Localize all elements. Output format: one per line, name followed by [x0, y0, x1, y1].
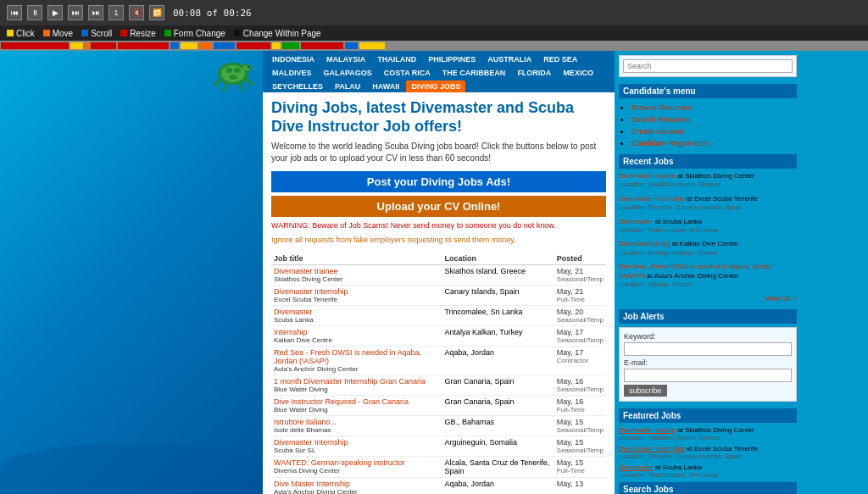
- tab-seychelles[interactable]: SEYCHELLES: [267, 80, 328, 92]
- pause-button[interactable]: ⏸: [27, 5, 42, 20]
- job-location-cell: Arguineguin, Somalia: [442, 436, 554, 456]
- tab-caribbean[interactable]: THE CARIBBEAN: [437, 67, 511, 79]
- tab-hawaii[interactable]: HAWAII: [367, 80, 404, 92]
- tab-australia[interactable]: AUSTRALIA: [482, 53, 537, 65]
- email-input[interactable]: [624, 369, 792, 382]
- recent-job-title[interactable]: Divemaster: [619, 218, 653, 225]
- job-title-link[interactable]: Red Sea - Fresh OWSI is needed in Aqaba,…: [274, 348, 421, 365]
- recent-job-item: Divemaster trainee at Skiathos Diving Ce…: [619, 172, 797, 190]
- recent-job-item: Red Sea - Fresh OWSI is needed in Aqaba,…: [619, 263, 797, 289]
- subscribe-button[interactable]: subscribe: [624, 385, 667, 397]
- loop-button[interactable]: 🔁: [149, 5, 164, 20]
- job-location-cell: Alcala, Santa Cruz de Tenerife, Spain: [442, 456, 554, 477]
- next-next-button[interactable]: ⏭: [88, 5, 103, 20]
- tab-florida[interactable]: FLORIDA: [512, 67, 556, 79]
- featured-job-title-link[interactable]: Divemaster trainee: [619, 426, 676, 434]
- job-title-link[interactable]: Istruttore italiano...: [274, 418, 337, 426]
- table-row: 1 month Divemaster Internship Gran Canar…: [271, 375, 606, 395]
- col-location: Location: [442, 253, 554, 265]
- recent-job-location: Location: Skiathos Island, Greece: [619, 180, 721, 188]
- col-posted: Posted: [554, 253, 606, 265]
- tab-indonesia[interactable]: INDONESIA: [267, 53, 320, 65]
- job-date: May, 16: [557, 377, 604, 386]
- job-company: Skiathos Diving Center: [274, 275, 439, 283]
- job-title-link[interactable]: Dive Master Internship: [274, 480, 350, 488]
- svg-line-4: [214, 79, 220, 86]
- prev-prev-button[interactable]: ⏮: [7, 5, 22, 20]
- featured-job-location: Location: Tenerife, Canary Islands, Spai…: [619, 452, 743, 460]
- activity-seg-3: [85, 42, 89, 49]
- browse-resumes-link[interactable]: Browse Resumes: [632, 103, 692, 112]
- svg-line-7: [245, 79, 252, 84]
- post-jobs-button[interactable]: Post your Diving Jobs Ads!: [271, 171, 606, 192]
- activity-seg-9: [214, 42, 235, 49]
- job-company: Scuba Sur SL: [274, 447, 439, 454]
- menu-item-search[interactable]: Search Resumes: [632, 114, 797, 124]
- tab-palau[interactable]: PALAU: [330, 80, 365, 92]
- job-date-cell: May, 21 Seasonal/Temp: [554, 264, 606, 285]
- featured-job-title-link[interactable]: Divemaster: [619, 463, 653, 471]
- left-deco: [0, 51, 263, 494]
- keyword-input[interactable]: [624, 342, 792, 356]
- candidate-registration-link[interactable]: Candidate Registration: [632, 139, 709, 147]
- recent-job-title[interactable]: Divemaster Internship: [619, 195, 685, 203]
- job-title-link[interactable]: Dive Instructor Required - Gran Canaria: [274, 397, 409, 406]
- job-title-cell: Dive Master Internship Ayla's Anchor Div…: [271, 477, 442, 494]
- tab-costarica[interactable]: COSTA RICA: [379, 67, 436, 79]
- tab-malaysia[interactable]: MALAYSIA: [321, 53, 370, 65]
- job-date: May, 15: [557, 438, 604, 447]
- recent-job-title[interactable]: Divemaster trainee: [619, 172, 676, 180]
- play-button[interactable]: ▶: [47, 5, 63, 20]
- job-title-link[interactable]: 1 month Divemaster Internship Gran Canar…: [274, 377, 426, 386]
- job-title-link[interactable]: WANTED: German-speaking instructor: [274, 458, 405, 467]
- search-input[interactable]: [623, 59, 793, 73]
- activity-seg-13: [301, 42, 343, 49]
- menu-item-register[interactable]: Candidate Registration: [632, 137, 797, 147]
- job-alerts-title: Job Alerts: [619, 309, 797, 324]
- search-jobs-section: Search Jobs Search Keyword Search: [619, 482, 797, 494]
- job-date: May, 16: [557, 397, 604, 406]
- job-company: Excel Scuba Tenerife: [274, 296, 439, 303]
- tab-redsea[interactable]: RED SEA: [538, 53, 582, 65]
- tab-galapagos[interactable]: GALAPAGOS: [319, 67, 377, 79]
- menu-item-create[interactable]: Create Account: [632, 125, 797, 136]
- featured-job-title-link[interactable]: Divemaster Internship: [619, 445, 685, 452]
- col-jobtitle: Job title: [271, 253, 442, 265]
- job-title-link[interactable]: Divemaster Internship: [274, 438, 348, 447]
- job-title-link[interactable]: Divemaster trainee: [274, 267, 338, 275]
- job-type: Seasonal/Temp: [557, 275, 604, 283]
- next-button[interactable]: ⏭: [68, 5, 83, 20]
- main-content: INDONESIA MALAYSIA THAILAND PHILIPPINES …: [0, 51, 868, 494]
- warning-text: WARNING: Beware of Job Scams! Never send…: [271, 221, 606, 231]
- recent-job-title[interactable]: Divemaster(ship): [619, 240, 670, 247]
- svg-point-11: [229, 75, 237, 80]
- activity-seg-15: [359, 42, 385, 49]
- recent-job-company: Aula's Anchor Diving Center: [654, 272, 738, 280]
- upload-cv-button[interactable]: Upload your CV Online!: [271, 196, 606, 217]
- job-title-link[interactable]: Divemaster: [274, 308, 313, 316]
- tab-maldives[interactable]: MALDIVES: [267, 67, 317, 79]
- menu-item-browse[interactable]: Browse Resumes: [632, 102, 797, 112]
- search-jobs-title: Search Jobs: [619, 482, 797, 494]
- job-title-link[interactable]: Divemaster Internship: [274, 287, 348, 296]
- tab-philippines[interactable]: PHILIPPINES: [423, 53, 481, 65]
- tab-thailand[interactable]: THAILAND: [372, 53, 421, 65]
- create-account-link[interactable]: Create Account: [632, 127, 684, 136]
- svg-point-3: [248, 66, 249, 68]
- job-date: May, 13: [557, 480, 604, 488]
- job-location-cell: Aqaba, Jordan: [442, 477, 554, 494]
- recent-job-location: Location: Trincomalee, Sri Lanka: [619, 226, 718, 234]
- mute-button[interactable]: 🔇: [129, 5, 144, 20]
- svg-point-2: [243, 65, 250, 70]
- activity-seg-7: [181, 42, 198, 49]
- recent-jobs-list: Divemaster trainee at Skiathos Diving Ce…: [619, 172, 797, 289]
- tab-divingjobs[interactable]: DIVING JOBS: [406, 80, 465, 92]
- move-dot: [43, 30, 50, 36]
- job-date: May, 17: [557, 328, 604, 336]
- view-all-link[interactable]: view all »: [619, 294, 797, 303]
- featured-jobs-section: Featured Jobs Divemaster trainee at Skia…: [619, 408, 797, 479]
- search-resumes-link[interactable]: Search Resumes: [632, 115, 690, 124]
- job-title-link[interactable]: Internship: [274, 328, 308, 336]
- job-company: Ayla's Anchor Diving Center: [274, 488, 439, 494]
- tab-mexico[interactable]: MEXICO: [558, 67, 598, 79]
